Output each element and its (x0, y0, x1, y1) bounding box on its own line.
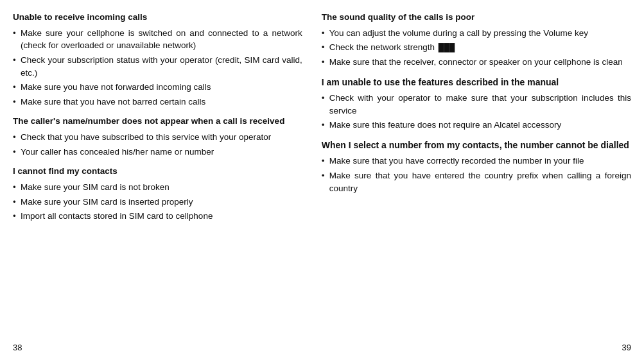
section-contacts: I cannot find my contacts Make sure your… (13, 166, 302, 223)
section-sound-quality-list: You can adjust the volume during a call … (322, 27, 631, 69)
section-caller-name-heading: The caller's name/number does not appear… (13, 116, 302, 128)
list-item: You can adjust the volume during a call … (322, 27, 631, 40)
list-item: Make sure that you have correctly record… (322, 155, 631, 167)
section-caller-name-list: Check that you have subscribed to this s… (13, 131, 302, 158)
list-item: Make sure your SIM card is inserted prop… (13, 196, 302, 209)
page-number-left: 38 (13, 343, 22, 352)
signal-strength-icon: ███ (439, 42, 455, 53)
list-item: Make sure you have not forwarded incomin… (13, 81, 302, 94)
section-number-dialled-heading: When I select a number from my contacts,… (322, 139, 631, 152)
list-item: Make sure that you have entered the coun… (322, 169, 631, 194)
list-item: Check with your operator to make sure th… (322, 92, 631, 117)
section-features-list: Check with your operator to make sure th… (322, 92, 631, 132)
list-item: Make sure that the receiver, connector o… (322, 56, 631, 69)
section-features: I am unable to use the features describe… (322, 76, 631, 132)
list-item: Make sure that you have not barred certa… (13, 96, 302, 108)
section-unable-incoming: Unable to receive incoming calls Make su… (13, 12, 302, 108)
list-item: Make sure your SIM card is not broken (13, 181, 302, 194)
left-column: Unable to receive incoming calls Make su… (13, 12, 315, 354)
page-container: Unable to receive incoming calls Make su… (0, 0, 644, 360)
section-sound-quality: The sound quality of the calls is poor Y… (322, 12, 631, 69)
section-number-dialled: When I select a number from my contacts,… (322, 139, 631, 194)
page-number-right: 39 (622, 343, 631, 352)
section-number-dialled-list: Make sure that you have correctly record… (322, 155, 631, 194)
section-contacts-list: Make sure your SIM card is not broken Ma… (13, 181, 302, 223)
section-sound-quality-heading: The sound quality of the calls is poor (322, 12, 631, 24)
list-item: Make sure your cellphone is switched on … (13, 27, 302, 52)
list-item: Import all contacts stored in SIM card t… (13, 210, 302, 223)
list-item: Check your subscription status with your… (13, 54, 302, 79)
list-item: Make sure this feature does not require … (322, 119, 631, 132)
right-column: The sound quality of the calls is poor Y… (315, 12, 631, 354)
list-item: Check that you have subscribed to this s… (13, 131, 302, 144)
section-unable-incoming-list: Make sure your cellphone is switched on … (13, 27, 302, 108)
list-item: Your caller has concealed his/her name o… (13, 146, 302, 159)
section-caller-name: The caller's name/number does not appear… (13, 116, 302, 158)
section-contacts-heading: I cannot find my contacts (13, 166, 302, 178)
list-item: Check the network strength ███ (322, 41, 631, 54)
section-unable-incoming-heading: Unable to receive incoming calls (13, 12, 302, 24)
section-features-heading: I am unable to use the features describe… (322, 76, 631, 89)
